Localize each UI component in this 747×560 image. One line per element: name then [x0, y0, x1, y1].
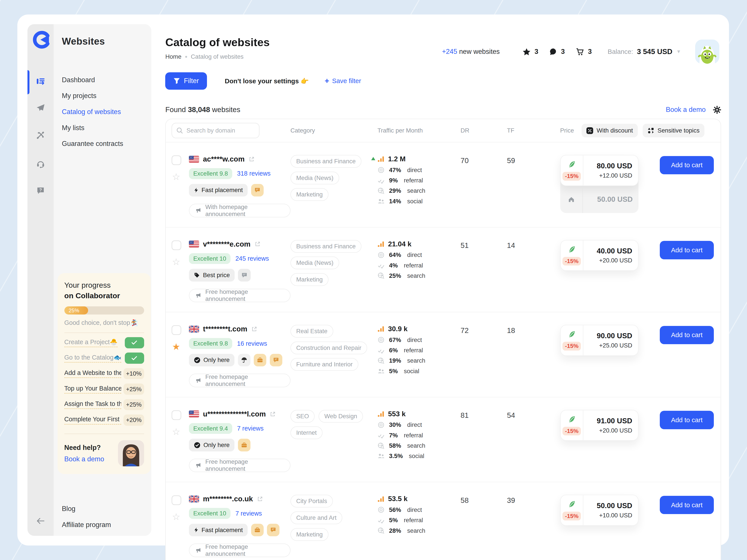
- category-pill[interactable]: Business and Finance: [290, 155, 361, 168]
- progress-task-label[interactable]: Assign the Task to the ...: [65, 400, 122, 409]
- cart-counter[interactable]: 3: [576, 48, 592, 56]
- messages-counter[interactable]: 3: [549, 48, 565, 56]
- row-checkbox[interactable]: [172, 410, 181, 420]
- reviews-link[interactable]: 7 reviews: [235, 510, 262, 517]
- reviews-link[interactable]: 16 reviews: [237, 340, 267, 347]
- briefcase-chip[interactable]: [238, 439, 251, 451]
- favorite-star-toggle[interactable]: ★: [172, 342, 180, 351]
- book-demo-link[interactable]: Book a demo: [666, 106, 706, 113]
- collapse-sidebar-button[interactable]: [27, 518, 54, 524]
- column-header-dr[interactable]: DR: [461, 127, 507, 134]
- add-to-cart-button[interactable]: Add to cart: [660, 241, 714, 259]
- chat-chip[interactable]: [270, 354, 282, 366]
- row-checkbox[interactable]: [172, 240, 181, 250]
- domain-link[interactable]: t********t.com: [203, 325, 248, 333]
- search-input[interactable]: [172, 123, 259, 138]
- domain-link[interactable]: m********.co.uk: [203, 495, 253, 503]
- row-checkbox[interactable]: [172, 325, 181, 335]
- external-link-icon[interactable]: [257, 496, 263, 502]
- favorite-star-toggle[interactable]: ☆: [172, 257, 180, 266]
- sidebar-link-affiliate-program[interactable]: Affiliate program: [62, 517, 111, 533]
- category-pill[interactable]: Web Design: [318, 410, 363, 423]
- progress-task-label[interactable]: Top up Your Balance💰: [65, 385, 122, 393]
- sidebar-item-my-projects[interactable]: My projects: [62, 88, 148, 104]
- category-pill[interactable]: Furniture and Interior: [290, 358, 358, 371]
- chat-chip[interactable]: [251, 184, 264, 197]
- book-demo-sidebar-link[interactable]: Book a demo: [65, 455, 104, 463]
- chat-chip[interactable]: [267, 524, 280, 536]
- sidebar-item-catalog-of-websites[interactable]: Catalog of websites: [62, 104, 148, 120]
- briefcase-chip[interactable]: [251, 524, 264, 536]
- category-pill[interactable]: Marketing: [290, 528, 329, 541]
- external-link-icon[interactable]: [251, 326, 257, 332]
- new-websites-label: +245 new websites: [442, 48, 500, 56]
- price-option[interactable]: -15%91.00 USD+20.00 USD: [560, 410, 639, 441]
- progress-task-label[interactable]: Go to the Catalog🐟: [65, 354, 122, 363]
- domain-link[interactable]: v********e.com: [203, 240, 251, 248]
- gear-icon[interactable]: [713, 106, 721, 114]
- category-pill[interactable]: Internet: [290, 426, 323, 439]
- category-pill[interactable]: Construction and Repair: [290, 341, 367, 354]
- external-link-icon[interactable]: [249, 156, 255, 162]
- column-header-traffic[interactable]: Traffic per Month: [378, 127, 461, 134]
- category-pill[interactable]: Marketing: [290, 273, 329, 286]
- sidebar-item-dashboard[interactable]: Dashboard: [62, 72, 148, 88]
- briefcase-chip[interactable]: [254, 354, 266, 366]
- reviews-link[interactable]: 318 reviews: [237, 170, 271, 177]
- category-pill[interactable]: Business and Finance: [290, 240, 361, 253]
- external-link-icon[interactable]: [254, 241, 261, 247]
- chat-chip[interactable]: [238, 269, 251, 281]
- favorite-star-toggle[interactable]: ☆: [172, 427, 180, 436]
- category-pill[interactable]: Marketing: [290, 188, 329, 201]
- umbrella-chip[interactable]: [238, 354, 251, 366]
- favorite-star-toggle[interactable]: ☆: [172, 512, 180, 521]
- collaborator-logo-icon[interactable]: [31, 30, 50, 49]
- sidebar-rail-projects[interactable]: [27, 103, 54, 112]
- user-avatar[interactable]: [695, 40, 719, 64]
- category-pill[interactable]: Culture and Art: [290, 511, 342, 524]
- category-pill[interactable]: Media (News): [290, 256, 339, 269]
- price-option[interactable]: -15%80.00 USD+12.00 USD: [560, 155, 639, 186]
- price-option[interactable]: -15%40.00 USD+20.00 USD: [560, 240, 639, 271]
- price-option[interactable]: 50.00 USD: [560, 186, 639, 213]
- price-option[interactable]: -15%50.00 USD+10.00 USD: [560, 495, 639, 526]
- sidebar-rail-support[interactable]: [27, 159, 54, 168]
- category-pill[interactable]: Media (News): [290, 172, 339, 184]
- column-header-price[interactable]: Price: [560, 127, 574, 134]
- category-pill[interactable]: Real Estate: [290, 325, 333, 337]
- sidebar-link-blog[interactable]: Blog: [62, 501, 111, 517]
- add-to-cart-button[interactable]: Add to cart: [660, 411, 714, 429]
- domain-link[interactable]: ac****w.com: [203, 155, 245, 163]
- progress-task-label[interactable]: Create a Project🐣: [65, 338, 118, 347]
- add-to-cart-button[interactable]: Add to cart: [660, 496, 714, 514]
- progress-task-label[interactable]: Add a Website to the C...: [65, 369, 122, 378]
- progress-task-label[interactable]: Complete Your First De...: [65, 415, 122, 425]
- sidebar-item-guarantee-contracts[interactable]: Guarantee contracts: [62, 136, 148, 152]
- column-header-tf[interactable]: TF: [507, 127, 560, 134]
- add-to-cart-button[interactable]: Add to cart: [660, 326, 714, 345]
- toggle-with-discount[interactable]: With discount: [582, 124, 638, 137]
- filter-button[interactable]: Filter: [165, 72, 207, 90]
- category-pill[interactable]: City Portals: [290, 495, 333, 507]
- column-header-category[interactable]: Category: [290, 127, 378, 134]
- balance-dropdown[interactable]: Balance: 3 545 USD ▼: [608, 48, 681, 56]
- toggle-sensitive-topics[interactable]: Sensitive topics: [643, 124, 704, 137]
- row-checkbox[interactable]: [172, 495, 181, 505]
- row-checkbox[interactable]: [172, 155, 181, 165]
- add-to-cart-button[interactable]: Add to cart: [660, 156, 714, 175]
- favorite-star-toggle[interactable]: ☆: [172, 172, 180, 181]
- sidebar-rail-tools[interactable]: [27, 131, 54, 139]
- sidebar-rail-help[interactable]: ?: [27, 186, 54, 195]
- category-pill[interactable]: SEO: [290, 410, 315, 423]
- domain-link[interactable]: u**************l.com: [203, 410, 266, 418]
- external-link-icon[interactable]: [269, 411, 276, 417]
- price-option[interactable]: -15%90.00 USD+25.00 USD: [560, 325, 639, 356]
- save-filter-button[interactable]: + Save filter: [325, 76, 361, 85]
- reviews-link[interactable]: 245 reviews: [235, 255, 269, 262]
- sidebar-rail-dashboard[interactable]: [27, 76, 54, 86]
- direct-icon: [378, 336, 385, 343]
- reviews-link[interactable]: 7 reviews: [237, 425, 264, 432]
- sidebar-item-my-lists[interactable]: My lists: [62, 120, 148, 136]
- favorites-counter[interactable]: 3: [522, 48, 538, 56]
- breadcrumb-home-link[interactable]: Home: [165, 53, 181, 60]
